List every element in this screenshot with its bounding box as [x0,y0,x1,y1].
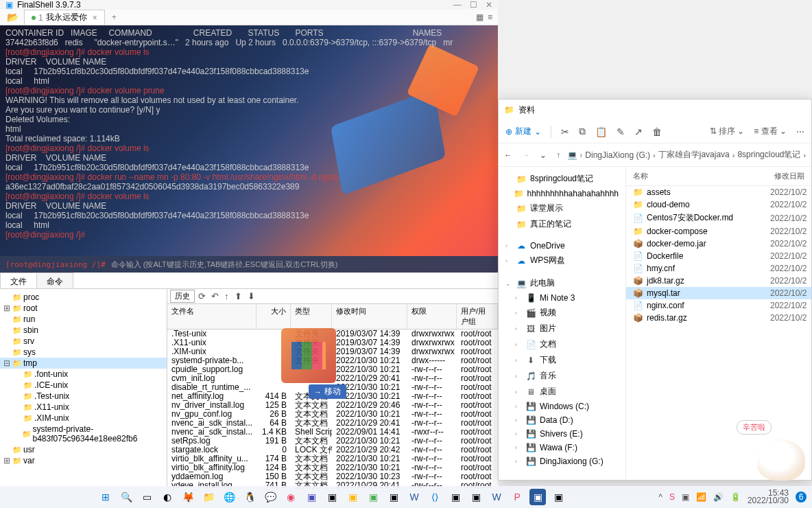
tab-close-icon[interactable]: × [93,13,97,23]
add-tab-button[interactable]: + [106,11,122,23]
battery-icon[interactable]: 🔋 [730,492,741,502]
upload-icon[interactable]: ⬆ [232,291,244,301]
list-item[interactable]: 📄Centos7安装Docker.md2022/10/2 [626,211,811,225]
taskview-icon[interactable]: ▭ [139,489,155,505]
clock[interactable]: 15:43 2022/10/30 [748,489,789,505]
finalshell-taskbar-icon[interactable]: ▣ [529,489,546,505]
col-type[interactable]: 类型 [291,304,332,329]
sidebar-item[interactable]: ⌄💻此电脑 [499,275,625,291]
breadcrumb[interactable]: 💻 › DingJiaXiong (G:) › 丁家雄自学javajava › … [567,149,806,161]
col-name[interactable]: 名称 [626,170,767,183]
chrome-icon[interactable]: 🌐 [221,489,237,505]
tree-item[interactable]: 📁.X11-unix [0,402,167,413]
vscode-icon[interactable]: ⟨⟩ [427,489,443,505]
copy-icon[interactable]: ⧉ [579,126,586,137]
sidebar-item[interactable]: ›☁WPS网盘 [499,253,625,268]
cut-icon[interactable]: ✂ [561,126,569,137]
sidebar-item[interactable]: ›📄文档 [499,336,625,352]
col-date[interactable]: 修改时间 [332,304,407,329]
qq-icon[interactable]: 🐧 [241,489,258,505]
sidebar-item[interactable]: ›🖼图片 [499,321,625,336]
col-name[interactable]: 文件名 [167,304,256,329]
app-icon-2[interactable]: ▣ [303,489,320,505]
file-row[interactable]: yddaemon.log150 B文本文档2022/10/30 10:23-rw… [167,472,498,481]
app-icon-3[interactable]: ▣ [324,489,340,505]
nav-back-icon[interactable]: ← [504,150,512,160]
sidebar-item[interactable]: ›⬇下载 [499,352,625,368]
search-icon[interactable]: 🔍 [118,489,134,505]
terminal[interactable]: CONTAINER ID IMAGE COMMAND CREATED STATU… [0,25,498,273]
file-row[interactable]: nvenc_ai_sdk_instal...1.4 KBShell Script… [167,428,498,437]
file-row[interactable]: setRps.log191 B文本文档2022/10/30 10:21-rw-r… [167,437,498,446]
sidebar-item[interactable]: ›🖥桌面 [499,384,625,400]
tree-item[interactable]: 📁run [0,314,167,325]
start-icon[interactable]: ⊞ [97,489,114,505]
nav-forward-icon[interactable]: → [522,150,530,160]
history-button[interactable]: 历史 [170,290,195,303]
tree-item[interactable]: 📁.XIM-unix [0,413,167,424]
sidebar-item[interactable]: 📁课堂展示 [499,200,625,216]
col-user[interactable]: 用户/用户组 [457,304,498,329]
list-item[interactable]: 📄Dockerfile2022/10/2 [626,250,811,262]
app-icon-7[interactable]: W [406,489,422,505]
sidebar-item[interactable]: 📁hhhhhhhhhahahahahhhh [499,187,625,200]
wifi-icon[interactable]: 📶 [696,492,706,502]
col-perm[interactable]: 权限 [407,304,457,329]
up-icon[interactable]: ↑ [222,291,231,301]
crumb-item[interactable]: DingJiaXiong (G:) [585,150,650,160]
sidebar-item[interactable]: ›💾Shivers (E:) [499,427,625,441]
download-icon[interactable]: ⬇ [246,291,257,301]
sidebar-item[interactable]: ›🎵音乐 [499,368,625,384]
close-icon[interactable]: ✕ [486,0,492,10]
app-icon-10[interactable]: ▣ [550,489,566,505]
tree-item[interactable]: ⊞📁root [0,303,167,314]
sidebar-item[interactable]: 📁8springcloud笔记 [499,171,625,187]
file-row[interactable]: stargate.lock0LOCK 文件2022/10/29 20:42-rw… [167,446,498,454]
tree-item[interactable]: 📁sys [0,347,167,358]
refresh-icon[interactable]: ⟳ [196,291,208,301]
sidebar-item[interactable]: ›📱Mi Note 3 [499,291,625,305]
list-item[interactable]: 📦jdk8.tar.gz2022/10/2 [626,275,811,287]
col-date[interactable]: 修改日期 [767,170,811,183]
notification-badge[interactable]: 6 [796,492,807,503]
sidebar-item[interactable]: ›💾DingJiaxiong (G:) [499,454,625,468]
sidebar-item[interactable]: ›☁OneDrive [499,239,625,253]
view-button[interactable]: ≡ 查看 ⌄ [754,126,787,137]
tree-item[interactable]: ⊞📁var [0,455,167,466]
tree-item[interactable]: 📁.Test-unix [0,391,167,402]
wechat-icon[interactable]: 💬 [262,489,278,505]
volume-icon[interactable]: 🔊 [713,492,724,502]
maximize-icon[interactable]: ☐ [470,0,477,10]
directory-tree[interactable]: 📁proc⊞📁root📁run📁sbin📁srv📁sys⊟📁tmp📁.font-… [0,289,167,490]
app-icon-4[interactable]: ▣ [344,489,361,505]
app-icon[interactable]: ◉ [283,489,299,505]
list-item[interactable]: 📦docker-demo.jar2022/10/2 [626,238,811,250]
tree-item[interactable]: 📁proc [0,292,167,303]
more-icon[interactable]: ⋯ [796,127,804,137]
list-item[interactable]: 📁cloud-demo2022/10/2 [626,198,811,211]
file-row[interactable]: virtio_blk_affinity.log124 B文本文档2022/10/… [167,463,498,472]
app-icon-5[interactable]: ▣ [365,489,381,505]
list-item[interactable]: 📦mysql.tar2022/10/2 [626,287,811,299]
explorer-sidebar[interactable]: 📁8springcloud笔记📁hhhhhhhhhahahahahhhh📁课堂展… [499,167,626,480]
tree-item[interactable]: 📁.font-unix [0,369,167,380]
sidebar-item[interactable]: 📁真正的笔记 [499,216,625,232]
widgets-icon[interactable]: ◐ [159,489,176,505]
view-list-icon[interactable]: ≡ [488,12,492,22]
crumb-item[interactable]: 8springcloud笔记 [737,149,800,161]
tree-item[interactable]: 📁srv [0,336,167,347]
sidebar-item[interactable]: ›💾Wawa (F:) [499,441,625,454]
app-icon-9[interactable]: ▣ [468,489,484,505]
ppt-icon[interactable]: P [509,489,525,505]
nav-recent-icon[interactable]: ⌄ [540,150,547,160]
file-row[interactable]: nv_driver_install.log125 B文本文档2022/10/29… [167,401,498,410]
list-item[interactable]: 📄nginx.conf2022/10/2 [626,299,811,312]
col-size[interactable]: 大小 [256,304,291,329]
rename-icon[interactable]: ✎ [617,126,625,137]
firefox-icon[interactable]: 🦊 [180,489,196,505]
tab-commands[interactable]: 命令 [36,273,73,288]
explorer-icon[interactable]: 📁 [200,489,217,505]
tree-item[interactable]: 📁systemd-private-b483f075c96344e18ee82fb… [0,424,167,444]
list-item[interactable]: 📦redis.tar.gz2022/10/2 [626,312,811,324]
share-icon[interactable]: ↗ [634,126,643,137]
